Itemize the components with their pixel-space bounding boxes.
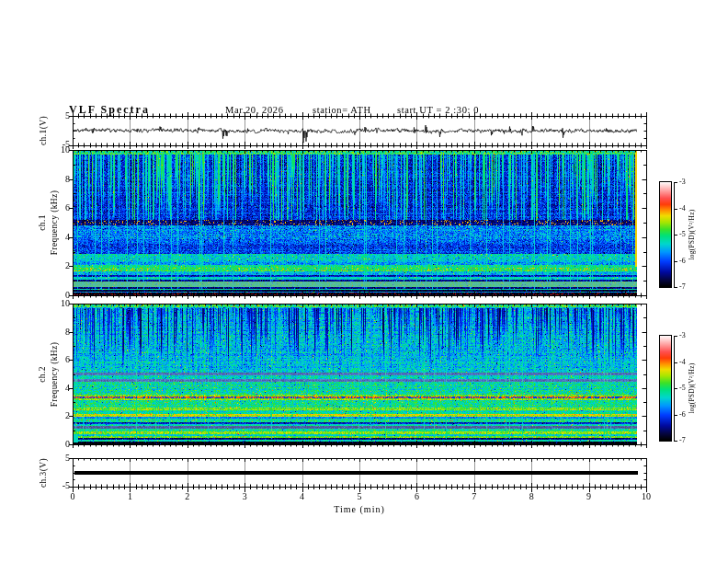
colorbar-tick-label: -6 xyxy=(679,410,694,419)
y-axis-label-ch1-voltage: ch.1(V) xyxy=(38,98,49,163)
x-tick-label: 3 xyxy=(235,491,254,502)
colorbar-tick-label: -3 xyxy=(679,331,694,340)
y-axis-label-ch1-frequency: Frequency (kHz) xyxy=(49,172,60,273)
colorbar-tick-label: -5 xyxy=(679,230,694,239)
x-tick-label: 1 xyxy=(120,491,139,502)
x-tick-label: 0 xyxy=(63,491,82,502)
freq-tick-label: 0 xyxy=(53,439,70,450)
colorbar-tick-label: -5 xyxy=(679,384,694,393)
y-axis-label-ch2-frequency: Frequency (kHz) xyxy=(49,324,60,425)
x-axis-title: Time (min) xyxy=(304,504,415,514)
x-tick-label: 7 xyxy=(465,491,483,502)
colorbar-tick-label: -7 xyxy=(679,436,694,445)
plot-date: Mar.20, 2026 xyxy=(225,105,284,115)
x-tick-label: 2 xyxy=(178,491,197,502)
voltage-tick-label: 5 xyxy=(53,110,70,121)
y-axis-label-ch2: ch.2 xyxy=(37,347,48,402)
freq-tick-label: 6 xyxy=(53,202,70,213)
y-axis-label-ch3-voltage: ch.3(V) xyxy=(38,441,49,505)
plot-title: VLF Spectra xyxy=(69,103,150,117)
plot-station: station= ATH xyxy=(313,105,371,115)
x-tick-label: 8 xyxy=(522,491,540,502)
voltage-tick-label: 5 xyxy=(53,453,70,464)
freq-tick-label: 8 xyxy=(53,327,70,338)
freq-tick-label: 10 xyxy=(53,298,70,309)
colorbar-tick-label: -4 xyxy=(679,358,694,367)
freq-tick-label: 4 xyxy=(53,232,70,243)
y-axis-label-ch1: ch.1 xyxy=(37,195,48,250)
plot-start-ut: start UT = 2 :30: 0 xyxy=(397,105,479,115)
freq-tick-label: 4 xyxy=(53,383,70,394)
axes-frame xyxy=(0,0,728,563)
voltage-tick-label: -5 xyxy=(53,139,70,150)
x-tick-label: 5 xyxy=(350,491,369,502)
x-tick-label: 4 xyxy=(293,491,312,502)
freq-tick-label: 8 xyxy=(53,174,70,185)
x-tick-label: 6 xyxy=(407,491,426,502)
x-tick-label: 9 xyxy=(580,491,598,502)
freq-tick-label: 6 xyxy=(53,354,70,365)
freq-tick-label: 2 xyxy=(53,410,70,421)
colorbar-tick-label: -7 xyxy=(679,282,694,292)
vlf-spectra-figure: VLF Spectra Mar.20, 2026 station= ATH st… xyxy=(0,0,728,563)
x-tick-label: 10 xyxy=(637,491,655,502)
colorbar-tick-label: -4 xyxy=(679,204,694,213)
colorbar-tick-label: -3 xyxy=(679,178,694,187)
colorbar-tick-label: -6 xyxy=(679,257,694,266)
freq-tick-label: 2 xyxy=(53,260,70,271)
voltage-tick-label: -5 xyxy=(53,480,70,491)
